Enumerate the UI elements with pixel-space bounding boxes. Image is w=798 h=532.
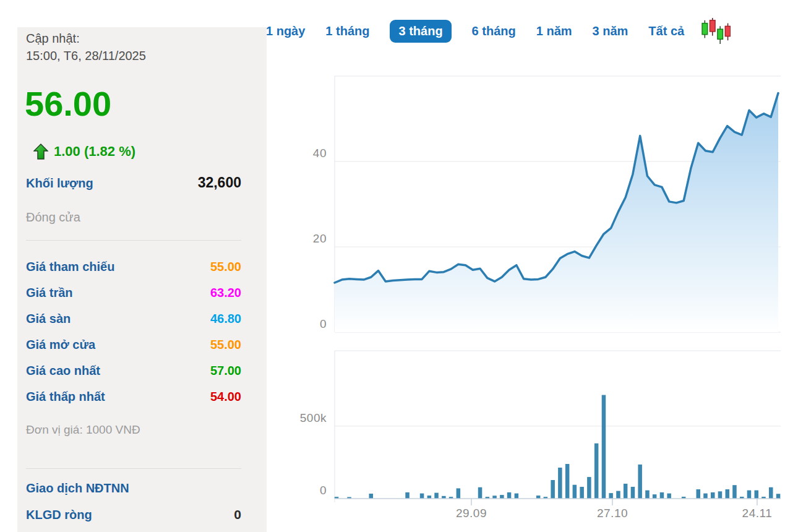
row-value: 55.00	[210, 337, 241, 353]
table-row: Giá sàn 46.80	[26, 311, 241, 327]
updated-label: Cập nhật:	[26, 30, 146, 47]
net-volume-label: KLGD ròng	[26, 508, 92, 522]
divider	[26, 240, 241, 241]
tab-6-thang[interactable]: 6 tháng	[472, 24, 516, 38]
net-volume-value: 0	[234, 507, 241, 522]
up-arrow-icon	[33, 144, 48, 160]
foreign-trading-header: Giao dịch NĐTNN	[26, 481, 129, 496]
svg-text:27.10: 27.10	[597, 507, 628, 520]
svg-text:0: 0	[320, 484, 327, 497]
last-updated: Cập nhật: 15:00, T6, 28/11/2025	[26, 30, 146, 64]
table-row: Giá tham chiếu 55.00	[26, 259, 241, 275]
row-value: 55.00	[210, 259, 241, 275]
tab-1-thang[interactable]: 1 tháng	[325, 24, 369, 38]
price-detail-table: Giá tham chiếu 55.00 Giá trần 63.20 Giá …	[26, 259, 241, 405]
price-change: 1.00 (1.82 %)	[33, 141, 135, 162]
row-label: Giá mở cửa	[26, 337, 95, 353]
net-volume-row: KLGD ròng 0	[26, 507, 241, 522]
row-value: 46.80	[210, 311, 241, 327]
tab-tat-ca[interactable]: Tất cả	[648, 24, 684, 38]
row-label: Giá sàn	[26, 311, 71, 327]
svg-text:20: 20	[313, 232, 327, 245]
svg-text:24.11: 24.11	[742, 507, 773, 520]
row-value: 57.00	[210, 363, 241, 379]
svg-text:0: 0	[320, 317, 327, 330]
row-label: Giá trần	[26, 285, 73, 301]
tab-1-nam[interactable]: 1 năm	[536, 24, 572, 38]
divider	[26, 468, 241, 469]
row-value: 63.20	[210, 285, 241, 301]
timeframe-tabbar: 1 ngày 1 tháng 3 tháng 6 tháng 1 năm 3 n…	[266, 19, 731, 43]
updated-time: 15:00, T6, 28/11/2025	[26, 47, 146, 64]
volume-label: Khối lượng	[26, 176, 93, 191]
table-row: Giá mở cửa 55.00	[26, 337, 241, 353]
last-price: 56.00	[25, 84, 111, 124]
candlestick-chart-icon[interactable]	[701, 18, 731, 44]
tab-3-thang[interactable]: 3 tháng	[390, 20, 451, 43]
row-value: 54.00	[210, 388, 241, 405]
svg-text:29.09: 29.09	[456, 507, 487, 520]
quote-sidebar: Cập nhật: 15:00, T6, 28/11/2025 56.00 1.…	[17, 27, 267, 532]
table-row: Giá thấp nhất 54.00	[26, 388, 241, 405]
row-label: Giá thấp nhất	[26, 388, 105, 405]
table-row: Giá cao nhất 57.00	[26, 363, 241, 379]
svg-text:500k: 500k	[300, 411, 327, 424]
volume-value: 32,600	[198, 174, 241, 191]
tab-3-nam[interactable]: 3 năm	[593, 24, 629, 38]
table-row: Giá trần 63.20	[26, 285, 241, 301]
session-status: Đóng cửa	[26, 210, 80, 225]
row-label: Giá tham chiếu	[26, 259, 114, 275]
tab-1-ngay[interactable]: 1 ngày	[266, 24, 305, 38]
svg-text:40: 40	[313, 147, 327, 160]
change-value: 1.00 (1.82 %)	[54, 144, 135, 160]
row-label: Giá cao nhất	[26, 363, 100, 379]
price-unit-note: Đơn vị giá: 1000 VNĐ	[26, 423, 140, 437]
volume-row: Khối lượng 32,600	[26, 174, 241, 191]
stock-quote-page: 020400500k29.0927.1024.11 Cập nhật: 15:0…	[0, 0, 798, 532]
